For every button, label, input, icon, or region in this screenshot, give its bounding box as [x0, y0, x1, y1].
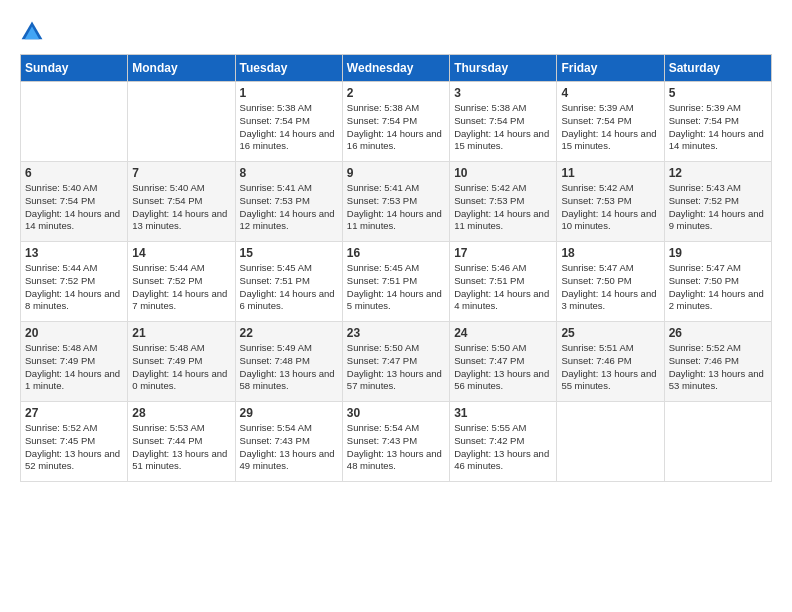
calendar-cell: 21Sunrise: 5:48 AM Sunset: 7:49 PM Dayli… [128, 322, 235, 402]
cell-info: Sunrise: 5:38 AM Sunset: 7:54 PM Dayligh… [347, 102, 445, 153]
calendar-cell: 8Sunrise: 5:41 AM Sunset: 7:53 PM Daylig… [235, 162, 342, 242]
day-number: 7 [132, 166, 230, 180]
calendar-cell [664, 402, 771, 482]
cell-info: Sunrise: 5:41 AM Sunset: 7:53 PM Dayligh… [347, 182, 445, 233]
day-number: 18 [561, 246, 659, 260]
cell-info: Sunrise: 5:54 AM Sunset: 7:43 PM Dayligh… [347, 422, 445, 473]
cell-info: Sunrise: 5:55 AM Sunset: 7:42 PM Dayligh… [454, 422, 552, 473]
day-number: 16 [347, 246, 445, 260]
calendar-week-row: 27Sunrise: 5:52 AM Sunset: 7:45 PM Dayli… [21, 402, 772, 482]
cell-info: Sunrise: 5:41 AM Sunset: 7:53 PM Dayligh… [240, 182, 338, 233]
day-number: 11 [561, 166, 659, 180]
column-header-thursday: Thursday [450, 55, 557, 82]
column-header-tuesday: Tuesday [235, 55, 342, 82]
calendar-cell: 31Sunrise: 5:55 AM Sunset: 7:42 PM Dayli… [450, 402, 557, 482]
day-number: 1 [240, 86, 338, 100]
day-number: 15 [240, 246, 338, 260]
day-number: 25 [561, 326, 659, 340]
day-number: 3 [454, 86, 552, 100]
cell-info: Sunrise: 5:38 AM Sunset: 7:54 PM Dayligh… [454, 102, 552, 153]
day-number: 20 [25, 326, 123, 340]
column-header-wednesday: Wednesday [342, 55, 449, 82]
day-number: 17 [454, 246, 552, 260]
cell-info: Sunrise: 5:50 AM Sunset: 7:47 PM Dayligh… [347, 342, 445, 393]
cell-info: Sunrise: 5:44 AM Sunset: 7:52 PM Dayligh… [132, 262, 230, 313]
cell-info: Sunrise: 5:50 AM Sunset: 7:47 PM Dayligh… [454, 342, 552, 393]
calendar-cell: 13Sunrise: 5:44 AM Sunset: 7:52 PM Dayli… [21, 242, 128, 322]
calendar-cell: 28Sunrise: 5:53 AM Sunset: 7:44 PM Dayli… [128, 402, 235, 482]
day-number: 31 [454, 406, 552, 420]
calendar-cell: 25Sunrise: 5:51 AM Sunset: 7:46 PM Dayli… [557, 322, 664, 402]
cell-info: Sunrise: 5:40 AM Sunset: 7:54 PM Dayligh… [25, 182, 123, 233]
day-number: 10 [454, 166, 552, 180]
cell-info: Sunrise: 5:39 AM Sunset: 7:54 PM Dayligh… [669, 102, 767, 153]
day-number: 19 [669, 246, 767, 260]
calendar-cell: 5Sunrise: 5:39 AM Sunset: 7:54 PM Daylig… [664, 82, 771, 162]
calendar-cell: 4Sunrise: 5:39 AM Sunset: 7:54 PM Daylig… [557, 82, 664, 162]
calendar-week-row: 20Sunrise: 5:48 AM Sunset: 7:49 PM Dayli… [21, 322, 772, 402]
cell-info: Sunrise: 5:47 AM Sunset: 7:50 PM Dayligh… [561, 262, 659, 313]
day-number: 22 [240, 326, 338, 340]
calendar-cell: 30Sunrise: 5:54 AM Sunset: 7:43 PM Dayli… [342, 402, 449, 482]
day-number: 21 [132, 326, 230, 340]
calendar-cell: 18Sunrise: 5:47 AM Sunset: 7:50 PM Dayli… [557, 242, 664, 322]
cell-info: Sunrise: 5:47 AM Sunset: 7:50 PM Dayligh… [669, 262, 767, 313]
cell-info: Sunrise: 5:43 AM Sunset: 7:52 PM Dayligh… [669, 182, 767, 233]
day-number: 26 [669, 326, 767, 340]
cell-info: Sunrise: 5:49 AM Sunset: 7:48 PM Dayligh… [240, 342, 338, 393]
calendar-cell [557, 402, 664, 482]
calendar-table: SundayMondayTuesdayWednesdayThursdayFrid… [20, 54, 772, 482]
calendar-cell [21, 82, 128, 162]
day-number: 27 [25, 406, 123, 420]
cell-info: Sunrise: 5:39 AM Sunset: 7:54 PM Dayligh… [561, 102, 659, 153]
day-number: 24 [454, 326, 552, 340]
day-number: 14 [132, 246, 230, 260]
cell-info: Sunrise: 5:54 AM Sunset: 7:43 PM Dayligh… [240, 422, 338, 473]
calendar-cell: 17Sunrise: 5:46 AM Sunset: 7:51 PM Dayli… [450, 242, 557, 322]
cell-info: Sunrise: 5:45 AM Sunset: 7:51 PM Dayligh… [240, 262, 338, 313]
calendar-cell: 24Sunrise: 5:50 AM Sunset: 7:47 PM Dayli… [450, 322, 557, 402]
calendar-cell: 9Sunrise: 5:41 AM Sunset: 7:53 PM Daylig… [342, 162, 449, 242]
logo [20, 20, 48, 44]
day-number: 5 [669, 86, 767, 100]
day-number: 2 [347, 86, 445, 100]
day-number: 12 [669, 166, 767, 180]
calendar-cell: 19Sunrise: 5:47 AM Sunset: 7:50 PM Dayli… [664, 242, 771, 322]
calendar-cell: 22Sunrise: 5:49 AM Sunset: 7:48 PM Dayli… [235, 322, 342, 402]
calendar-cell: 7Sunrise: 5:40 AM Sunset: 7:54 PM Daylig… [128, 162, 235, 242]
calendar-week-row: 13Sunrise: 5:44 AM Sunset: 7:52 PM Dayli… [21, 242, 772, 322]
calendar-cell: 15Sunrise: 5:45 AM Sunset: 7:51 PM Dayli… [235, 242, 342, 322]
page-header [20, 20, 772, 44]
cell-info: Sunrise: 5:48 AM Sunset: 7:49 PM Dayligh… [25, 342, 123, 393]
cell-info: Sunrise: 5:42 AM Sunset: 7:53 PM Dayligh… [454, 182, 552, 233]
calendar-cell: 23Sunrise: 5:50 AM Sunset: 7:47 PM Dayli… [342, 322, 449, 402]
day-number: 13 [25, 246, 123, 260]
calendar-cell: 26Sunrise: 5:52 AM Sunset: 7:46 PM Dayli… [664, 322, 771, 402]
calendar-cell: 27Sunrise: 5:52 AM Sunset: 7:45 PM Dayli… [21, 402, 128, 482]
calendar-header-row: SundayMondayTuesdayWednesdayThursdayFrid… [21, 55, 772, 82]
calendar-cell: 2Sunrise: 5:38 AM Sunset: 7:54 PM Daylig… [342, 82, 449, 162]
column-header-friday: Friday [557, 55, 664, 82]
calendar-cell: 10Sunrise: 5:42 AM Sunset: 7:53 PM Dayli… [450, 162, 557, 242]
day-number: 28 [132, 406, 230, 420]
calendar-cell: 16Sunrise: 5:45 AM Sunset: 7:51 PM Dayli… [342, 242, 449, 322]
calendar-week-row: 6Sunrise: 5:40 AM Sunset: 7:54 PM Daylig… [21, 162, 772, 242]
day-number: 8 [240, 166, 338, 180]
cell-info: Sunrise: 5:51 AM Sunset: 7:46 PM Dayligh… [561, 342, 659, 393]
day-number: 29 [240, 406, 338, 420]
day-number: 4 [561, 86, 659, 100]
day-number: 6 [25, 166, 123, 180]
cell-info: Sunrise: 5:40 AM Sunset: 7:54 PM Dayligh… [132, 182, 230, 233]
cell-info: Sunrise: 5:38 AM Sunset: 7:54 PM Dayligh… [240, 102, 338, 153]
day-number: 23 [347, 326, 445, 340]
calendar-cell: 12Sunrise: 5:43 AM Sunset: 7:52 PM Dayli… [664, 162, 771, 242]
calendar-cell: 20Sunrise: 5:48 AM Sunset: 7:49 PM Dayli… [21, 322, 128, 402]
column-header-monday: Monday [128, 55, 235, 82]
logo-icon [20, 20, 44, 44]
calendar-cell [128, 82, 235, 162]
calendar-cell: 1Sunrise: 5:38 AM Sunset: 7:54 PM Daylig… [235, 82, 342, 162]
calendar-cell: 29Sunrise: 5:54 AM Sunset: 7:43 PM Dayli… [235, 402, 342, 482]
cell-info: Sunrise: 5:52 AM Sunset: 7:46 PM Dayligh… [669, 342, 767, 393]
cell-info: Sunrise: 5:52 AM Sunset: 7:45 PM Dayligh… [25, 422, 123, 473]
column-header-saturday: Saturday [664, 55, 771, 82]
